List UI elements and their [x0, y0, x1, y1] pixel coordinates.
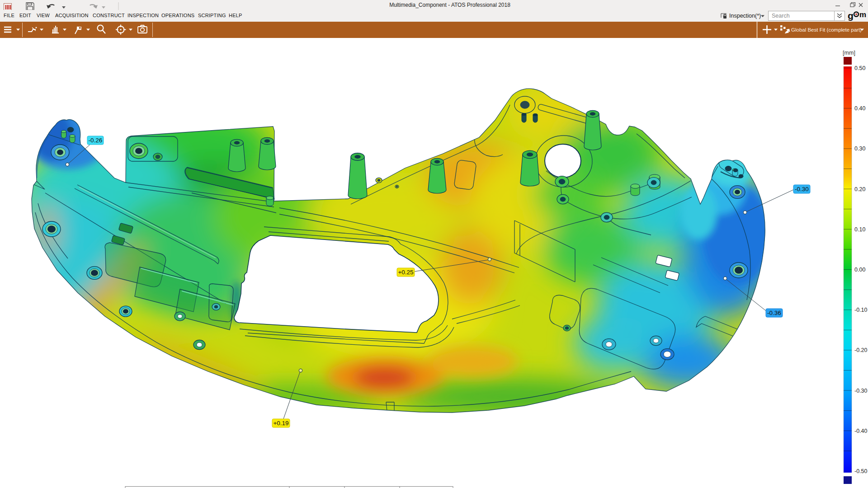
svg-text:-0.10: -0.10 [854, 307, 868, 313]
svg-text:-0.40: -0.40 [854, 428, 868, 434]
svg-text:0.40: 0.40 [854, 105, 865, 112]
svg-text:0.00: 0.00 [854, 267, 865, 273]
svg-text:+0.25: +0.25 [398, 269, 413, 276]
svg-text:-0.30: -0.30 [854, 388, 868, 394]
svg-text:-0.36: -0.36 [767, 310, 781, 316]
svg-text:Global Best Fit (complete part: Global Best Fit (complete part) [791, 27, 862, 33]
svg-text:-0.26: -0.26 [89, 137, 103, 144]
svg-text:0.10: 0.10 [854, 226, 865, 233]
svg-text:-0.20: -0.20 [854, 347, 868, 353]
svg-text:-0.50: -0.50 [854, 468, 868, 474]
svg-text:0.30: 0.30 [854, 145, 865, 152]
svg-text:-0.30: -0.30 [795, 186, 809, 192]
svg-text:m: m [859, 10, 866, 19]
svg-text:Inspection(*): Inspection(*) [729, 13, 761, 19]
svg-text:Search: Search [772, 13, 790, 19]
svg-text:[mm]: [mm] [843, 50, 855, 56]
svg-text:+0.19: +0.19 [273, 420, 288, 427]
svg-text:g: g [848, 10, 854, 21]
svg-text:0.50: 0.50 [854, 65, 865, 71]
svg-text:0.20: 0.20 [854, 186, 865, 192]
